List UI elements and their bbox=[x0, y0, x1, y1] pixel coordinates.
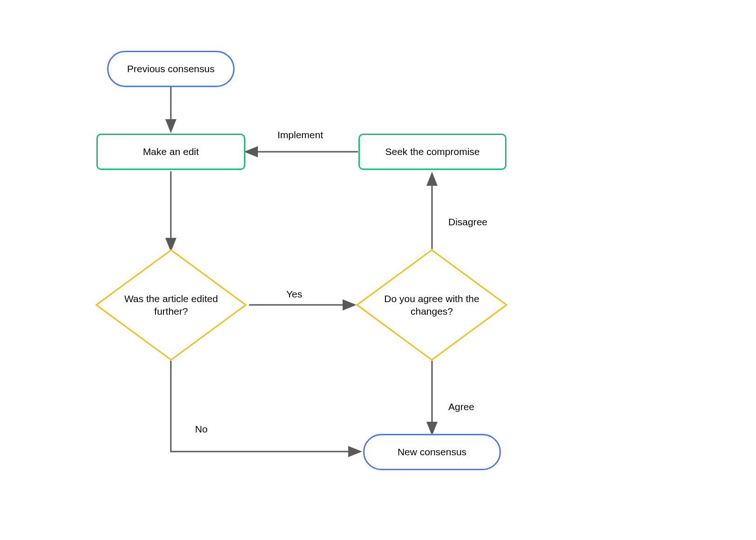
edge-label-yes: Yes bbox=[286, 289, 302, 300]
node-start-terminal: Previous consensus bbox=[107, 51, 235, 87]
node-edited-further-label: Was the article edited further? bbox=[118, 292, 224, 318]
edge-label-disagree: Disagree bbox=[448, 216, 487, 228]
node-agree-changes-label: Do you agree with the changes? bbox=[379, 292, 485, 318]
node-start-label: Previous consensus bbox=[127, 63, 215, 74]
edge-label-implement: Implement bbox=[277, 129, 323, 141]
node-agree-changes-decision: Do you agree with the changes? bbox=[356, 249, 507, 361]
node-make-edit-label: Make an edit bbox=[143, 146, 199, 157]
node-compromise-process: Seek the compromise bbox=[358, 134, 506, 170]
edge-label-agree: Agree bbox=[448, 401, 474, 412]
node-edited-further-decision: Was the article edited further? bbox=[95, 249, 247, 361]
node-compromise-label: Seek the compromise bbox=[385, 146, 479, 157]
node-end-label: New consensus bbox=[398, 446, 466, 458]
edge-label-no: No bbox=[195, 424, 208, 435]
node-end-terminal: New consensus bbox=[363, 434, 501, 470]
flowchart-canvas: Previous consensus Make an edit Seek the… bbox=[0, 0, 756, 540]
node-make-edit-process: Make an edit bbox=[96, 134, 245, 170]
edge-editedfurther-to-end bbox=[171, 361, 359, 452]
